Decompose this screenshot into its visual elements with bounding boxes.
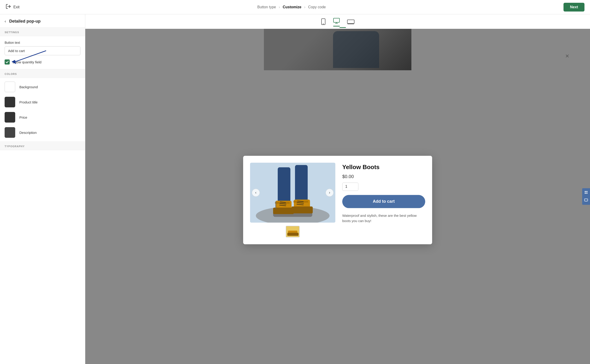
carousel-prev-button[interactable]: ‹	[252, 189, 260, 196]
wide-device-icon[interactable]	[347, 19, 354, 26]
breadcrumb-copy-code: Copy code	[308, 5, 326, 9]
thumbnail-strip	[286, 226, 300, 237]
description-color-swatch[interactable]	[5, 127, 15, 138]
top-navigation: Exit Button type › Customize › Copy code…	[0, 0, 590, 14]
exit-icon	[6, 4, 11, 10]
modal-popup: ‹ ›	[243, 156, 432, 244]
description-color-label: Description	[19, 131, 37, 135]
price-color-label: Price	[19, 115, 27, 119]
mobile-device-icon[interactable]	[321, 19, 326, 26]
back-button[interactable]: ‹	[5, 19, 6, 24]
show-quantity-checkbox[interactable]	[5, 59, 10, 65]
product-title-color-swatch[interactable]	[5, 97, 15, 107]
typography-section-label: TYPOGRAPHY	[0, 142, 85, 150]
svg-rect-36	[586, 193, 587, 194]
left-panel: ‹ Detailed pop-up SETTINGS Button text S…	[0, 14, 85, 364]
svg-rect-33	[585, 191, 586, 192]
exit-label[interactable]: Exit	[13, 5, 20, 9]
product-description: Waterproof and stylish, these are the be…	[342, 213, 425, 223]
show-quantity-row: Show quantity field	[5, 59, 80, 65]
background-color-swatch[interactable]	[5, 82, 15, 92]
carousel-next-button[interactable]: ›	[326, 189, 334, 196]
svg-rect-32	[287, 233, 299, 236]
settings-section-body: Button text Show quantity field	[0, 36, 85, 69]
strip-icon-1	[584, 190, 588, 195]
modal-images: ‹ ›	[250, 163, 335, 237]
modal-details: Yellow Boots $0.00 Add to cart Waterproo…	[342, 163, 425, 237]
breadcrumb-customize: Customize	[283, 5, 302, 9]
background-color-label: Background	[19, 85, 38, 89]
quantity-input[interactable]	[342, 182, 358, 191]
modal-body: ‹ ›	[243, 156, 432, 244]
svg-rect-18	[273, 208, 294, 214]
color-row-description: Description	[5, 127, 80, 138]
separator-2: ›	[304, 5, 305, 9]
main-product-image: ‹ ›	[250, 163, 335, 222]
product-price: $0.00	[342, 174, 425, 179]
product-title-color-label: Product title	[19, 100, 38, 104]
separator-1: ›	[279, 5, 280, 9]
svg-rect-8	[347, 20, 354, 24]
colors-section-body: Background Product title Price Descripti…	[0, 78, 85, 142]
device-toolbar	[85, 14, 590, 29]
settings-section-label: SETTINGS	[0, 28, 85, 36]
strip-icon-2	[584, 198, 588, 202]
svg-rect-5	[334, 18, 340, 22]
desktop-device-icon[interactable]	[333, 18, 340, 26]
button-text-input[interactable]	[5, 46, 80, 55]
color-row-background: Background	[5, 82, 80, 92]
colors-section-label: COLORS	[0, 69, 85, 78]
color-row-product-title: Product title	[5, 97, 80, 107]
show-quantity-label: Show quantity field	[13, 60, 41, 64]
next-button[interactable]: Next	[564, 3, 584, 12]
svg-rect-25	[293, 201, 308, 202]
main-layout: ‹ Detailed pop-up SETTINGS Button text S…	[0, 14, 590, 364]
blue-sidebar-strip	[582, 188, 590, 205]
add-to-cart-button[interactable]: Add to cart	[342, 195, 425, 208]
panel-header: ‹ Detailed pop-up	[0, 14, 85, 28]
color-row-price: Price	[5, 112, 80, 123]
preview-canvas: ✕	[85, 29, 590, 364]
price-color-swatch[interactable]	[5, 112, 15, 123]
preview-area: ✕	[85, 14, 590, 364]
svg-rect-24	[292, 206, 313, 213]
svg-rect-37	[584, 199, 588, 201]
modal-close-button[interactable]: ✕	[565, 53, 569, 59]
panel-title: Detailed pop-up	[9, 19, 40, 24]
breadcrumb: Button type › Customize › Copy code	[257, 5, 326, 9]
button-text-label: Button text	[5, 41, 80, 45]
svg-rect-34	[586, 191, 587, 192]
thumbnail-1[interactable]	[286, 226, 300, 237]
svg-rect-35	[585, 193, 586, 194]
product-name: Yellow Boots	[342, 163, 425, 171]
breadcrumb-button-type: Button type	[257, 5, 276, 9]
exit-area: Exit	[6, 4, 20, 10]
